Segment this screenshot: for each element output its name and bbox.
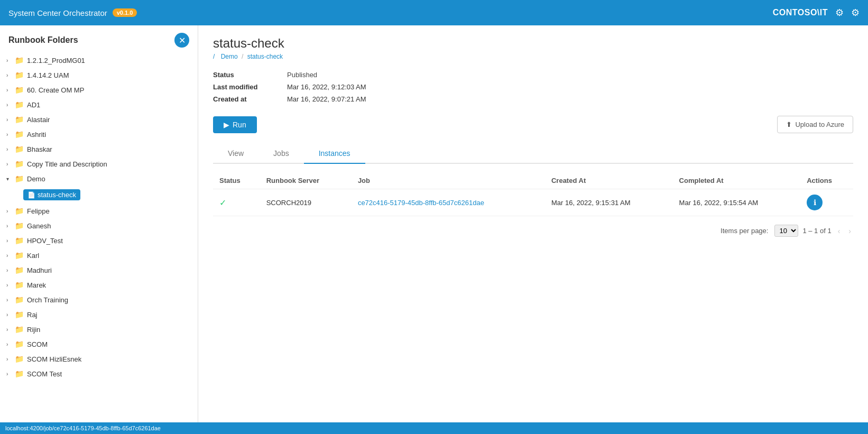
col-header-status: Status xyxy=(213,172,260,189)
sidebar-item-label: Karl xyxy=(27,252,39,260)
sidebar-item-ganesh[interactable]: › 📁 Ganesh xyxy=(0,218,198,233)
folder-icon: 📁 xyxy=(15,145,24,153)
sidebar-item-scomtest[interactable]: › 📁 SCOM Test xyxy=(0,366,198,381)
topnav-right: CONTOSO\IT ⚙ ⚙ xyxy=(773,7,860,19)
meta-modified-value: Mar 16, 2022, 9:12:03 AM xyxy=(287,83,366,91)
sidebar-title: Runbook Folders xyxy=(8,35,78,45)
sidebar-item-label: Ashriti xyxy=(27,131,46,138)
sidebar-item-scom[interactable]: › 📁 SCOM xyxy=(0,337,198,352)
sidebar: Runbook Folders ✕ › 📁 1.2.1.2_ProdMG01 ›… xyxy=(0,25,198,422)
tab-view[interactable]: View xyxy=(213,144,258,164)
folder-icon: 📁 xyxy=(15,251,24,260)
breadcrumb-sep: / xyxy=(213,53,215,60)
chevron-icon: › xyxy=(6,282,15,288)
col-header-completed-at: Completed At xyxy=(673,172,801,189)
meta-modified-row: Last modified Mar 16, 2022, 9:12:03 AM xyxy=(213,83,853,91)
sidebar-item-label: SCOM HizliEsnek xyxy=(27,355,81,363)
sidebar-item-orchtraining[interactable]: › 📁 Orch Training xyxy=(0,292,198,307)
folder-icon: 📁 xyxy=(15,56,24,64)
sidebar-item-status-check[interactable]: 📄 status-check xyxy=(0,186,198,204)
folder-icon: 📁 xyxy=(15,310,24,319)
sidebar-item-ashriti[interactable]: › 📁 Ashriti xyxy=(0,127,198,142)
sidebar-item-label: Madhuri xyxy=(27,266,52,274)
sidebar-item-label: Bhaskar xyxy=(27,145,52,153)
sidebar-item-1212[interactable]: › 📁 1.2.1.2_ProdMG01 xyxy=(0,53,198,68)
folder-icon: 📁 xyxy=(15,130,24,138)
chevron-icon: › xyxy=(6,102,15,108)
sidebar-item-hpov[interactable]: › 📁 HPOV_Test xyxy=(0,233,198,248)
sidebar-item-rijin[interactable]: › 📁 Rijin xyxy=(0,322,198,337)
chevron-icon: › xyxy=(6,132,15,137)
gear-icon[interactable]: ⚙ xyxy=(851,7,860,19)
sidebar-item-label: Raj xyxy=(27,311,38,319)
chevron-icon: › xyxy=(6,72,15,78)
sidebar-item-label: SCOM xyxy=(27,340,48,348)
meta-created-value: Mar 16, 2022, 9:07:21 AM xyxy=(287,95,366,103)
chevron-icon: › xyxy=(6,58,15,63)
chevron-icon: › xyxy=(6,297,15,303)
sidebar-item-copytitle[interactable]: › 📁 Copy Title and Description xyxy=(0,156,198,171)
upload-azure-button[interactable]: ⬆ Upload to Azure xyxy=(777,116,853,133)
top-nav: System Center Orchestrator v0.1.0 CONTOS… xyxy=(0,0,868,25)
sidebar-item-felippe[interactable]: › 📁 Felippe xyxy=(0,204,198,218)
sidebar-item-scomhizli[interactable]: › 📁 SCOM HizliEsnek xyxy=(0,352,198,366)
pagination: Items per page: 10 25 50 1 – 1 of 1 ‹ › xyxy=(213,225,853,237)
table-row: ✓ SCORCH2019 ce72c416-5179-45db-8ffb-65d… xyxy=(213,189,853,216)
job-link[interactable]: ce72c416-5179-45db-8ffb-65d7c6261dae xyxy=(358,199,484,207)
chevron-icon: › xyxy=(6,327,15,333)
prev-page-button[interactable]: ‹ xyxy=(836,226,843,236)
meta-created-label: Created at xyxy=(213,95,287,103)
folder-icon: 📁 xyxy=(15,340,24,348)
sidebar-item-label: Felippe xyxy=(27,207,50,215)
sidebar-item-label: Alastair xyxy=(27,116,50,124)
sidebar-item-60create[interactable]: › 📁 60. Create OM MP xyxy=(0,82,198,97)
breadcrumb-parent[interactable]: Demo xyxy=(221,53,238,60)
sidebar-header: Runbook Folders ✕ xyxy=(0,25,198,53)
col-header-created-at: Created At xyxy=(545,172,673,189)
sidebar-item-ad1[interactable]: › 📁 AD1 xyxy=(0,97,198,112)
info-button[interactable]: ℹ xyxy=(807,195,823,210)
meta-status-row: Status Published xyxy=(213,71,853,79)
sidebar-item-label: AD1 xyxy=(27,101,40,109)
folder-icon: 📁 xyxy=(15,266,24,274)
tab-instances[interactable]: Instances xyxy=(304,144,365,164)
sidebar-item-marek[interactable]: › 📁 Marek xyxy=(0,278,198,292)
sidebar-item-label: Ganesh xyxy=(27,222,51,230)
button-row: ▶ Run ⬆ Upload to Azure xyxy=(213,116,853,133)
actions-cell: ℹ xyxy=(800,189,853,216)
col-header-runbook-server: Runbook Server xyxy=(260,172,352,189)
sidebar-item-karl[interactable]: › 📁 Karl xyxy=(0,248,198,263)
sidebar-item-label: Marek xyxy=(27,281,46,289)
sidebar-item-label: 1.4.14.2 UAM xyxy=(27,71,69,79)
sidebar-item-bhaskar[interactable]: › 📁 Bhaskar xyxy=(0,142,198,156)
meta-table: Status Published Last modified Mar 16, 2… xyxy=(213,71,853,103)
sidebar-item-demo[interactable]: ▾ 📁 Demo xyxy=(0,171,198,186)
chevron-icon: › xyxy=(6,87,15,93)
instances-table: StatusRunbook ServerJobCreated AtComplet… xyxy=(213,172,853,216)
upload-label: Upload to Azure xyxy=(795,121,844,128)
tab-jobs[interactable]: Jobs xyxy=(258,144,304,164)
folder-icon: 📁 xyxy=(15,100,24,109)
folder-icon: 📁 xyxy=(15,370,24,378)
sidebar-item-label: Copy Title and Description xyxy=(27,160,107,168)
sidebar-item-1414[interactable]: › 📁 1.4.14.2 UAM xyxy=(0,68,198,82)
sidebar-close-button[interactable]: ✕ xyxy=(174,33,189,48)
run-label: Run xyxy=(233,121,246,129)
sidebar-item-label: 60. Create OM MP xyxy=(27,86,84,94)
sidebar-item-label: HPOV_Test xyxy=(27,237,63,245)
folder-icon: 📁 xyxy=(15,236,24,245)
breadcrumb: / Demo / status-check xyxy=(213,53,853,60)
meta-modified-label: Last modified xyxy=(213,83,287,91)
sidebar-item-madhuri[interactable]: › 📁 Madhuri xyxy=(0,263,198,278)
completed-at-cell: Mar 16, 2022, 9:15:54 AM xyxy=(673,189,801,216)
settings-icon[interactable]: ⚙ xyxy=(835,7,844,19)
run-button[interactable]: ▶ Run xyxy=(213,116,257,133)
sidebar-item-label: SCOM Test xyxy=(27,370,62,378)
sidebar-item-raj[interactable]: › 📁 Raj xyxy=(0,307,198,322)
chevron-icon: › xyxy=(6,341,15,347)
status-cell: ✓ xyxy=(213,189,260,216)
next-page-button[interactable]: › xyxy=(846,226,853,236)
sidebar-item-alastair[interactable]: › 📁 Alastair xyxy=(0,112,198,127)
version-badge: v0.1.0 xyxy=(113,8,137,17)
items-per-page-select[interactable]: 10 25 50 xyxy=(774,225,798,237)
